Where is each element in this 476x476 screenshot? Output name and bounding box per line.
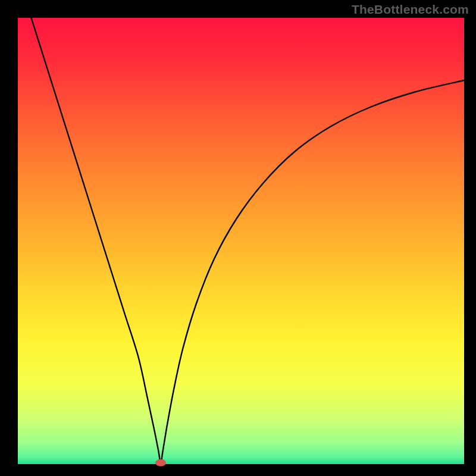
bottleneck-chart bbox=[0, 0, 476, 476]
attribution-label: TheBottleneck.com bbox=[352, 2, 469, 17]
plot-background bbox=[18, 18, 464, 464]
minimum-marker bbox=[155, 459, 166, 466]
chart-frame: TheBottleneck.com bbox=[0, 0, 476, 476]
